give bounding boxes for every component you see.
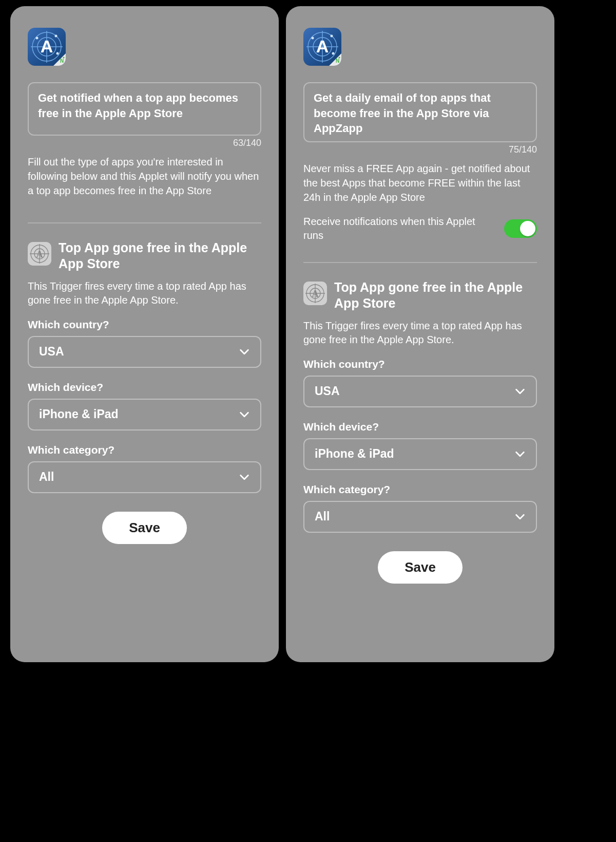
chevron-down-icon bbox=[514, 386, 526, 397]
applet-title-input[interactable]: Get a daily email of top apps that becom… bbox=[303, 82, 537, 142]
notifications-toggle-label: Receive notifications when this Applet r… bbox=[303, 215, 496, 242]
chevron-down-icon bbox=[514, 448, 526, 460]
category-value: All bbox=[39, 470, 54, 484]
svg-point-19 bbox=[312, 37, 314, 40]
device-select[interactable]: iPhone & iPad bbox=[28, 399, 261, 431]
svg-point-4 bbox=[36, 37, 38, 40]
country-select[interactable]: USA bbox=[28, 336, 261, 368]
save-button[interactable]: Save bbox=[378, 551, 463, 584]
trigger-service-icon: A bbox=[28, 242, 51, 266]
category-select[interactable]: All bbox=[28, 461, 261, 493]
save-button[interactable]: Save bbox=[102, 512, 187, 544]
appzapp-app-icon: A N bbox=[28, 28, 66, 66]
category-select[interactable]: All bbox=[303, 501, 537, 533]
svg-text:A: A bbox=[41, 36, 53, 56]
notifications-toggle[interactable] bbox=[504, 219, 537, 238]
char-counter: 63/140 bbox=[28, 138, 261, 148]
applet-config-panel-right: A N Get a daily email of top apps that b… bbox=[286, 6, 554, 662]
svg-point-21 bbox=[332, 52, 335, 55]
device-label: Which device? bbox=[303, 421, 537, 433]
svg-text:A: A bbox=[312, 289, 319, 299]
svg-text:A: A bbox=[36, 249, 43, 259]
country-value: USA bbox=[315, 384, 340, 398]
applet-title-text: Get notified when a top app becomes free… bbox=[38, 91, 238, 120]
toggle-knob bbox=[520, 221, 535, 236]
applet-description: Fill out the type of apps you're interes… bbox=[28, 155, 261, 198]
device-value: iPhone & iPad bbox=[39, 407, 119, 421]
svg-point-24 bbox=[339, 57, 340, 59]
trigger-description: This Trigger fires every time a top rate… bbox=[303, 319, 537, 347]
divider bbox=[28, 222, 261, 223]
country-select[interactable]: USA bbox=[303, 376, 537, 407]
svg-text:N: N bbox=[336, 58, 339, 64]
trigger-description: This Trigger fires every time a top rate… bbox=[28, 279, 261, 307]
svg-text:N: N bbox=[60, 58, 64, 64]
trigger-service-icon: A bbox=[303, 282, 327, 305]
applet-description: Never miss a FREE App again - get notifi… bbox=[303, 161, 537, 204]
chevron-down-icon bbox=[239, 409, 250, 420]
svg-point-5 bbox=[55, 35, 57, 38]
applet-title-text: Get a daily email of top apps that becom… bbox=[314, 91, 491, 135]
country-label: Which country? bbox=[303, 358, 537, 370]
device-value: iPhone & iPad bbox=[315, 447, 394, 461]
chevron-down-icon bbox=[514, 511, 526, 522]
svg-text:A: A bbox=[316, 36, 329, 56]
trigger-title: Top App gone free in the Apple App Store bbox=[59, 240, 261, 272]
category-label: Which category? bbox=[303, 483, 537, 496]
applet-config-panel-left: A N Get notified when a top app becomes … bbox=[10, 6, 279, 662]
char-counter: 75/140 bbox=[303, 144, 537, 155]
chevron-down-icon bbox=[239, 472, 250, 483]
chevron-down-icon bbox=[239, 346, 250, 358]
device-label: Which device? bbox=[28, 381, 261, 394]
trigger-title: Top App gone free in the Apple App Store bbox=[334, 279, 537, 312]
country-value: USA bbox=[39, 345, 64, 359]
category-value: All bbox=[315, 510, 330, 523]
applet-title-input[interactable]: Get notified when a top app becomes free… bbox=[28, 82, 261, 136]
device-select[interactable]: iPhone & iPad bbox=[303, 438, 537, 470]
category-label: Which category? bbox=[28, 444, 261, 456]
svg-point-20 bbox=[331, 35, 333, 38]
divider bbox=[303, 262, 537, 263]
svg-point-9 bbox=[63, 57, 65, 59]
appzapp-app-icon: A N bbox=[303, 28, 341, 66]
country-label: Which country? bbox=[28, 319, 261, 331]
svg-point-6 bbox=[56, 52, 59, 55]
